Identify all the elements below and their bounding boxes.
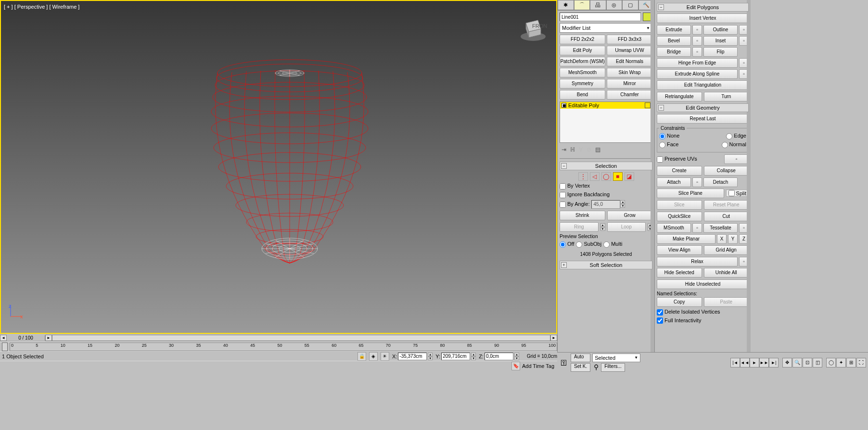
constraint-normal-radio[interactable]: Normal xyxy=(722,141,746,148)
zoom-all-icon[interactable]: ⊞ xyxy=(846,358,856,367)
ring-spinner[interactable]: ▲▼ xyxy=(600,223,605,231)
slice-plane-button[interactable]: Slice Plane xyxy=(657,189,724,198)
rollout-edit-polygons[interactable]: −Edit Polygons xyxy=(657,3,749,12)
preset-bend[interactable]: Bend xyxy=(560,90,605,100)
hide-selected-button[interactable]: Hide Selected xyxy=(657,268,702,278)
snap-icon[interactable]: ◈ xyxy=(369,352,378,361)
extrude-spline-button[interactable]: Extrude Along Spline xyxy=(657,69,738,79)
orbit-icon[interactable]: ◯ xyxy=(826,358,836,367)
tag-icon[interactable]: 🔖 xyxy=(511,362,520,370)
planar-y-button[interactable]: Y xyxy=(728,234,738,244)
preset-symmetry[interactable]: Symmetry xyxy=(560,79,605,89)
loop-button[interactable]: Loop xyxy=(607,222,646,232)
insert-vertex-button[interactable]: Insert Vertex xyxy=(657,13,749,23)
preset-meshsmooth[interactable]: MeshSmooth xyxy=(560,68,605,77)
turn-button[interactable]: Turn xyxy=(704,92,749,101)
zoom-icon[interactable]: 🔍 xyxy=(792,358,802,367)
attach-settings-button[interactable]: ▫ xyxy=(692,177,702,187)
isolate-icon[interactable]: ☀ xyxy=(381,352,389,361)
hide-unselected-button[interactable]: Hide Unselected xyxy=(657,279,749,289)
x-spinner[interactable]: ▲▼ xyxy=(428,353,433,360)
stack-toggle-icon[interactable] xyxy=(645,102,651,108)
angle-spinner[interactable]: ▲▼ xyxy=(620,200,625,208)
prev-frame-button[interactable]: ◄◄ xyxy=(740,358,750,367)
x-coord-input[interactable] xyxy=(398,353,427,360)
flip-button[interactable]: Flip xyxy=(703,47,738,57)
subobj-polygon-icon[interactable]: ■ xyxy=(613,172,623,181)
delete-isolated-check[interactable]: Delete Isolated Vertices xyxy=(657,309,720,316)
paste-button[interactable]: Paste xyxy=(704,297,749,307)
hinge-button[interactable]: Hinge From Edge xyxy=(657,58,738,68)
tab-hierarchy[interactable]: 品 xyxy=(590,0,606,10)
retriangulate-button[interactable]: Retriangulate xyxy=(657,92,702,101)
constraint-edge-radio[interactable]: Edge xyxy=(726,133,746,139)
unique-icon[interactable]: ∀ xyxy=(579,146,583,153)
pan-icon[interactable]: ✥ xyxy=(782,358,792,367)
next-frame-button[interactable]: ►► xyxy=(759,358,769,367)
preview-subobj-radio[interactable]: SubObj xyxy=(576,241,601,248)
key-filters-button[interactable]: Filters... xyxy=(601,363,625,372)
preset-edit-poly[interactable]: Edit Poly xyxy=(560,46,605,55)
full-interactivity-check[interactable]: Full Interactivity xyxy=(657,317,701,324)
pin-stack-icon[interactable]: ⇥ xyxy=(562,146,566,153)
view-align-button[interactable]: View Align xyxy=(657,245,702,255)
goto-start-button[interactable]: |◄ xyxy=(730,358,740,367)
preset-skin-wrap[interactable]: Skin Wrap xyxy=(607,68,652,77)
configure-icon[interactable]: ▤ xyxy=(595,146,600,153)
repeat-last-button[interactable]: Repeat Last xyxy=(657,114,749,124)
planar-x-button[interactable]: X xyxy=(717,234,727,244)
key-filters-icon[interactable]: ⚲ xyxy=(592,363,600,371)
rollout-selection[interactable]: −Selection xyxy=(560,162,652,170)
detach-button[interactable]: Detach xyxy=(703,177,738,187)
preset-edit-normals[interactable]: Edit Normals xyxy=(607,57,652,66)
modifier-stack[interactable]: ◼ Editable Poly xyxy=(560,101,652,143)
bridge-settings-button[interactable]: ▫ xyxy=(692,47,702,57)
subobj-edge-icon[interactable]: ◁ xyxy=(590,172,600,181)
create-button[interactable]: Create xyxy=(657,166,702,176)
tab-display[interactable]: ▢ xyxy=(622,0,638,10)
edit-tri-button[interactable]: Edit Triangulation xyxy=(657,80,749,90)
walk-icon[interactable]: ✦ xyxy=(836,358,846,367)
copy-button[interactable]: Copy xyxy=(657,297,702,307)
reset-plane-button[interactable]: Reset Plane xyxy=(704,200,749,210)
grow-button[interactable]: Grow xyxy=(607,211,653,220)
extrude-settings-button[interactable]: ▫ xyxy=(692,25,702,35)
lock-icon[interactable]: 🔒 xyxy=(357,352,366,361)
shrink-button[interactable]: Shrink xyxy=(560,211,605,220)
bevel-settings-button[interactable]: ▫ xyxy=(692,36,702,46)
collapse-button[interactable]: Collapse xyxy=(704,166,749,176)
by-vertex-check[interactable]: By Vertex xyxy=(560,183,590,190)
fov-icon[interactable]: ◫ xyxy=(813,358,822,367)
inset-button[interactable]: Inset xyxy=(703,36,738,46)
maximize-icon[interactable]: ⛶ xyxy=(856,358,866,367)
tab-motion[interactable]: ◎ xyxy=(606,0,623,10)
quickslice-button[interactable]: QuickSlice xyxy=(657,212,702,221)
tab-create[interactable]: ✱ xyxy=(558,0,574,10)
msmooth-settings-button[interactable]: ▫ xyxy=(692,223,702,233)
preserve-uvs-check[interactable]: Preserve UVs xyxy=(657,156,697,163)
scroll-right-icon[interactable]: ► xyxy=(45,335,52,341)
tab-modify[interactable]: ⌒ xyxy=(574,0,590,10)
remove-icon[interactable]: ⊘ xyxy=(587,146,591,153)
preset-ffd-2x2x2[interactable]: FFD 2x2x2 xyxy=(560,35,605,44)
make-planar-button[interactable]: Make Planar xyxy=(657,234,715,244)
modifier-list-dropdown[interactable]: Modifier List▼ xyxy=(560,23,652,33)
split-check[interactable]: Split xyxy=(726,190,749,197)
constraint-face-radio[interactable]: Face xyxy=(659,141,678,148)
show-end-icon[interactable]: ℍ xyxy=(570,146,575,153)
tessellate-button[interactable]: Tessellate xyxy=(703,223,738,233)
rollout-edit-geometry[interactable]: −Edit Geometry xyxy=(657,103,749,112)
unhide-all-button[interactable]: Unhide All xyxy=(704,268,749,278)
by-angle-check[interactable]: By Angle: xyxy=(560,201,589,208)
zoom-extents-icon[interactable]: ⊡ xyxy=(803,358,812,367)
subobj-vertex-icon[interactable]: ⋮ xyxy=(578,172,588,181)
stack-item-editable-poly[interactable]: ◼ Editable Poly xyxy=(560,102,652,109)
ignore-backfacing-check[interactable]: Ignore Backfacing xyxy=(560,191,610,198)
y-coord-input[interactable] xyxy=(441,353,470,360)
object-name-input[interactable] xyxy=(560,13,641,21)
subobj-border-icon[interactable]: ◯ xyxy=(601,172,611,181)
scroll-end-icon[interactable]: ► xyxy=(550,335,557,341)
attach-button[interactable]: Attach xyxy=(657,177,691,187)
key-filter-dropdown[interactable]: Selected▼ xyxy=(592,354,640,362)
goto-end-button[interactable]: ►| xyxy=(769,358,779,367)
